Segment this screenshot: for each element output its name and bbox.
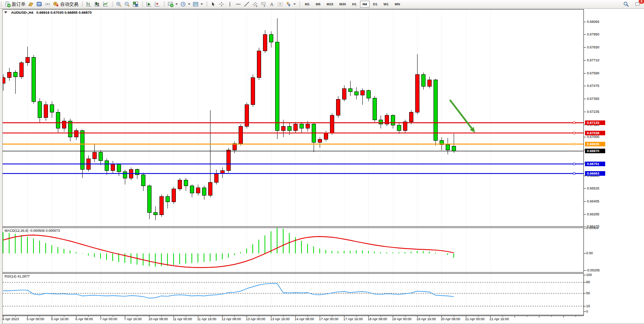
indicators-icon bbox=[146, 1, 152, 7]
line-chart-button[interactable] bbox=[101, 0, 110, 8]
profiles-button[interactable] bbox=[179, 0, 191, 8]
macd-indicator-label: MACD(12,26,9) -0.000506 0.000073 bbox=[5, 229, 60, 233]
label-icon: T bbox=[277, 1, 283, 7]
main-toolbar: 新订单自动交易EFAT M1M5M15M30H1H4D1W1MN 1 bbox=[0, 0, 644, 9]
price-axis-tick: 0.67235 bbox=[587, 110, 599, 114]
chat-button[interactable]: 1 bbox=[633, 0, 642, 8]
styles-icon bbox=[28, 1, 34, 7]
time-axis-label: 4 Apr 2023 bbox=[2, 317, 19, 321]
horizontal-line-button[interactable] bbox=[234, 0, 242, 8]
one-click-trading-toggle-icon[interactable] bbox=[4, 11, 7, 13]
price-axis-tick: 0.68065 bbox=[587, 20, 599, 24]
new-order-icon bbox=[5, 1, 11, 7]
zoom-in-icon bbox=[116, 1, 122, 7]
time-axis-label: 21 Apr 16:00 bbox=[489, 317, 509, 321]
zoom-out-icon bbox=[124, 1, 130, 7]
timeframe-button-w1[interactable]: W1 bbox=[381, 1, 392, 8]
rsi-indicator-label: RSI(14) 41.2877 bbox=[5, 274, 30, 278]
price-axis-tick: 0.66285 bbox=[587, 212, 599, 216]
price-badge-0.67038: 0.67038 bbox=[585, 131, 605, 135]
text-label-button[interactable]: T bbox=[276, 0, 284, 8]
trendline-button[interactable] bbox=[242, 0, 251, 8]
price-axis-tick: 0.67475 bbox=[587, 84, 599, 88]
ohlc-readout: 0.66916 0.67030 0.66855 0.66870 bbox=[37, 10, 92, 14]
new-order-button[interactable]: 新订单 bbox=[3, 0, 27, 8]
fibonacci-icon: F bbox=[260, 1, 266, 7]
macd-axis-tick: -0.00205 bbox=[586, 268, 600, 272]
text-icon: A bbox=[269, 1, 275, 7]
crosshair-button[interactable] bbox=[217, 0, 226, 8]
timeframe-button-m1[interactable]: M1 bbox=[302, 1, 312, 8]
window-left-frame bbox=[0, 8, 3, 324]
templates-button[interactable] bbox=[191, 0, 204, 8]
arrows-button[interactable] bbox=[284, 0, 297, 8]
zoom-in-button[interactable] bbox=[115, 0, 123, 8]
time-axis-label: 10 Apr 08:00 bbox=[148, 317, 168, 321]
cursor-button[interactable] bbox=[209, 0, 217, 8]
time-axis-label: 7 Apr 00:00 bbox=[100, 317, 117, 321]
price-badge-0.66751: 0.66751 bbox=[585, 162, 605, 166]
data-window-icon bbox=[36, 1, 42, 7]
price-axis-tick: 0.67590 bbox=[587, 71, 599, 75]
styles-button[interactable] bbox=[27, 0, 35, 8]
search-icon bbox=[623, 1, 629, 7]
new-order-button-label: 新订单 bbox=[12, 1, 26, 8]
time-axis-label: 14 Apr 08:00 bbox=[295, 317, 314, 321]
search-button[interactable] bbox=[622, 0, 630, 8]
time-axis-label: 11 Apr 16:00 bbox=[197, 317, 216, 321]
text-button[interactable]: A bbox=[268, 0, 276, 8]
indicators-button[interactable] bbox=[145, 0, 153, 8]
bar-chart-icon bbox=[86, 1, 92, 7]
price-axis-tick: 0.67950 bbox=[587, 32, 599, 36]
time-axis-label: 17 Apr 16:00 bbox=[343, 317, 363, 321]
timeframe-button-m15[interactable]: M15 bbox=[324, 1, 336, 8]
timeframe-button-mn[interactable]: MN bbox=[392, 1, 403, 8]
candlestick-chart-button[interactable] bbox=[93, 0, 101, 8]
zoom-out-button[interactable] bbox=[123, 0, 131, 8]
time-axis-label: 5 Apr 00:00 bbox=[27, 317, 44, 321]
bar-chart-button[interactable] bbox=[84, 0, 93, 8]
chevron-down-icon bbox=[175, 3, 178, 5]
signals-icon bbox=[45, 1, 51, 7]
timeframe-button-d1[interactable]: D1 bbox=[370, 1, 380, 8]
timeframe-button-m30[interactable]: M30 bbox=[337, 1, 349, 8]
timeframe-button-h1[interactable]: H1 bbox=[349, 1, 359, 8]
chevron-down-icon bbox=[293, 3, 296, 5]
price-axis-tick: 0.67710 bbox=[587, 58, 599, 62]
timeframe-button-h4[interactable]: H4 bbox=[360, 1, 370, 8]
toolbar-group bbox=[163, 0, 206, 8]
autotrading-button[interactable]: 自动交易 bbox=[52, 0, 80, 8]
timeframe-toolbar: M1M5M15M30H1H4D1W1MN bbox=[298, 0, 405, 8]
price-axis-tick: 0.66405 bbox=[587, 199, 599, 203]
svg-text:A: A bbox=[270, 2, 273, 7]
time-axis-label: 6 Apr 08:00 bbox=[75, 317, 93, 321]
autotrading-button-label: 自动交易 bbox=[60, 1, 78, 8]
svg-text:E: E bbox=[256, 5, 258, 7]
symbol-period-label: AUDUSD-,H4 bbox=[11, 10, 33, 14]
data-window-button[interactable] bbox=[35, 0, 43, 8]
candle-chart-icon bbox=[94, 1, 100, 7]
rsi-axis-tick: 80 bbox=[586, 280, 590, 284]
macd-axis-tick: 0.00 bbox=[586, 251, 593, 255]
profiles-icon bbox=[180, 1, 186, 7]
time-axis-label: 20 Apr 08:00 bbox=[441, 317, 460, 321]
line-chart-icon bbox=[102, 1, 108, 7]
chart-canvas[interactable] bbox=[0, 0, 644, 324]
time-axis-label: 21 Apr 00:00 bbox=[465, 317, 485, 321]
toolbar-group bbox=[141, 0, 163, 8]
signals-button[interactable] bbox=[43, 0, 52, 8]
time-axis-label: 18 Apr 08:00 bbox=[368, 317, 387, 321]
time-axis-label: 12 Apr 08:00 bbox=[222, 317, 241, 321]
vertical-line-button[interactable] bbox=[226, 0, 234, 8]
channel-icon: E bbox=[252, 1, 258, 7]
tile-windows-button[interactable] bbox=[131, 0, 140, 8]
channel-button[interactable]: E bbox=[251, 0, 259, 8]
new-chart-button[interactable] bbox=[166, 0, 179, 8]
indicator-windows-button[interactable] bbox=[153, 0, 161, 8]
time-axis-label: 13 Apr 00:00 bbox=[246, 317, 265, 321]
shapes-icon bbox=[285, 1, 292, 7]
chart-window[interactable]: AUDUSD-,H4 0.66916 0.67030 0.66855 0.668… bbox=[0, 0, 644, 324]
fibonacci-button[interactable]: F bbox=[259, 0, 268, 8]
chart-title: AUDUSD-,H4 0.66916 0.67030 0.66855 0.668… bbox=[4, 10, 92, 14]
timeframe-button-m5[interactable]: M5 bbox=[313, 1, 324, 8]
